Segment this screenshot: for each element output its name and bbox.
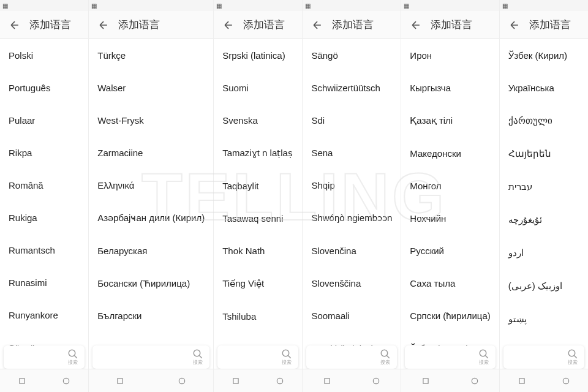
list-item[interactable]: Беларуская (89, 235, 213, 267)
list-item[interactable]: Монгол (401, 170, 499, 202)
language-list[interactable]: ИронКыргызчаҚазақ тіліМакедонскиМонголНо… (401, 39, 499, 392)
nav-recent-button[interactable] (510, 372, 534, 390)
back-button[interactable] (94, 15, 113, 35)
header: 添加语言 (214, 11, 302, 39)
search-bar[interactable]: 搜索 (503, 345, 584, 369)
list-item[interactable]: Rukiga (0, 202, 88, 234)
list-item[interactable]: Српски (ћирилица) (401, 300, 499, 332)
list-item[interactable]: Suomi (214, 72, 302, 104)
nav-recent-button[interactable] (224, 372, 248, 390)
search-icon[interactable]: 搜索 (567, 349, 578, 366)
language-list[interactable]: TürkçeWalserWest-FryskZarmaciineΕλληνικά… (89, 39, 213, 392)
nav-recent-button[interactable] (413, 372, 438, 390)
back-button[interactable] (219, 15, 238, 35)
list-item[interactable]: Հայերեն (500, 137, 588, 170)
search-icon[interactable]: 搜索 (67, 349, 78, 366)
list-item[interactable]: Русский (401, 235, 499, 267)
search-icon[interactable]: 搜索 (380, 349, 391, 366)
list-item[interactable]: Polski (0, 39, 88, 72)
list-item[interactable]: Rikpa (0, 137, 88, 169)
list-item[interactable]: Pulaar (0, 104, 88, 137)
list-item[interactable]: Қазақ тілі (401, 104, 499, 137)
search-bar[interactable]: 搜索 (4, 345, 85, 369)
list-item[interactable]: اردو (500, 236, 588, 270)
list-item[interactable]: Srpski (latinica) (214, 39, 302, 72)
list-item[interactable]: Български (89, 300, 213, 332)
list-item[interactable]: Tamaziɣt n laṭlaṣ (214, 137, 302, 170)
nav-home-button[interactable] (54, 372, 78, 390)
search-bar[interactable]: 搜索 (92, 345, 209, 369)
search-icon[interactable]: 搜索 (281, 349, 292, 366)
list-item[interactable]: ქართული (500, 104, 588, 137)
svg-rect-10 (325, 378, 330, 383)
list-item[interactable]: Sdi (303, 104, 401, 137)
search-bar[interactable]: 搜索 (217, 345, 298, 369)
list-item[interactable]: Нохчийн (401, 202, 499, 235)
list-item[interactable]: Українська (500, 72, 588, 104)
back-button[interactable] (307, 15, 327, 35)
list-item[interactable]: Walser (89, 72, 213, 104)
list-item[interactable]: Thok Nath (214, 235, 302, 267)
search-bar[interactable]: 搜索 (405, 345, 495, 369)
search-icon[interactable]: 搜索 (192, 349, 203, 366)
back-button[interactable] (406, 15, 426, 35)
list-item[interactable]: Shqip (303, 169, 401, 202)
list-item[interactable]: Svenska (214, 104, 302, 137)
nav-recent-button[interactable] (10, 372, 34, 390)
list-item[interactable]: Shwóŋò ngiembɔɔn (303, 202, 401, 235)
nav-home-button[interactable] (268, 372, 292, 390)
nav-home-button[interactable] (462, 372, 487, 390)
status-icon: ▦ (216, 2, 222, 9)
list-item[interactable]: Македонски (401, 137, 499, 170)
list-item[interactable]: Босански (Ћирилица) (89, 267, 213, 300)
phone-panel: ▦添加语言Ўзбек (Кирил)УкраїнськаქართულიՀայեր… (500, 0, 588, 392)
language-list[interactable]: Ўзбек (Кирил)УкраїнськаქართულიՀայերենעבר… (500, 39, 588, 392)
svg-point-11 (374, 378, 379, 383)
list-item[interactable]: Română (0, 169, 88, 202)
list-item[interactable]: Tasawaq senni (214, 202, 302, 235)
list-item[interactable]: Runyankore (0, 299, 88, 331)
list-item[interactable]: Zarmaciine (89, 137, 213, 169)
list-item[interactable]: עברית (500, 170, 588, 203)
back-button[interactable] (5, 15, 24, 35)
list-item[interactable]: Runasimi (0, 266, 88, 299)
list-item[interactable]: Slovenčina (303, 235, 401, 267)
nav-home-button[interactable] (364, 372, 388, 390)
search-bar[interactable]: 搜索 (306, 345, 397, 369)
language-list[interactable]: Srpski (latinica)SuomiSvenskaTamaziɣt n … (214, 39, 302, 392)
list-item[interactable]: پښتو (500, 303, 588, 336)
nav-recent-button[interactable] (315, 372, 339, 390)
list-item[interactable]: Soomaali (303, 300, 401, 332)
language-list[interactable]: SängöSchwiizertüütschSdiSenaShqipShwóŋò … (303, 39, 401, 392)
list-item[interactable]: Кыргызча (401, 72, 499, 104)
list-item[interactable]: Sena (303, 137, 401, 169)
list-item[interactable]: Taqbaylit (214, 170, 302, 202)
phone-panel: ▦添加语言TürkçeWalserWest-FryskZarmaciineΕλλ… (89, 0, 214, 392)
list-item[interactable]: Português (0, 72, 88, 104)
list-item[interactable]: ئۇيغۇرچە (500, 203, 588, 236)
nav-recent-button[interactable] (108, 372, 132, 390)
search-icon[interactable]: 搜索 (478, 349, 489, 366)
list-item[interactable]: West-Frysk (89, 104, 213, 137)
list-item[interactable]: Tshiluba (214, 300, 302, 333)
list-item[interactable]: Азәрбајҹан дили (Кирил) (89, 202, 213, 235)
list-item[interactable]: Ўзбек (Кирил) (500, 39, 588, 72)
list-item[interactable]: Sängö (303, 39, 401, 72)
nav-home-button[interactable] (554, 372, 578, 390)
nav-home-button[interactable] (170, 372, 194, 390)
svg-point-6 (283, 350, 290, 356)
list-item[interactable]: Tiếng Việt (214, 267, 302, 300)
list-item[interactable]: Саха тыла (401, 267, 499, 300)
language-list[interactable]: PolskiPortuguêsPulaarRikpaRomânăRukigaRu… (0, 39, 88, 392)
header-title: 添加语言 (29, 18, 71, 32)
list-item[interactable]: Türkçe (89, 39, 213, 72)
svg-point-3 (194, 350, 200, 356)
list-item[interactable]: Ирон (401, 39, 499, 72)
list-item[interactable]: Ελληνικά (89, 169, 213, 202)
list-item[interactable]: اوزبیک (عربی) (500, 270, 588, 303)
status-bar: ▦ (303, 0, 401, 11)
back-button[interactable] (505, 15, 524, 35)
list-item[interactable]: Schwiizertüütsch (303, 72, 401, 104)
list-item[interactable]: Rumantsch (0, 234, 88, 266)
list-item[interactable]: Slovenščina (303, 267, 401, 300)
